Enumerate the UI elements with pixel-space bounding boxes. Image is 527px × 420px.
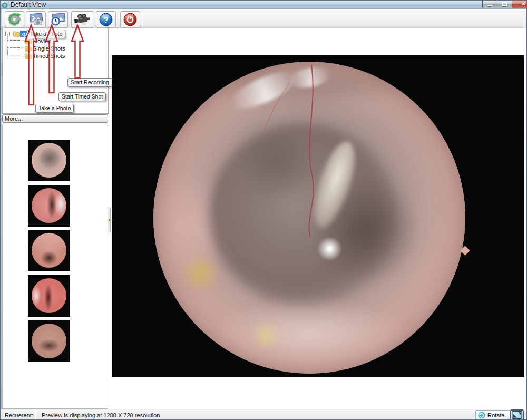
folder-icon [25,38,32,44]
record-video-button[interactable] [71,11,93,28]
tooltip-take-a-photo-2: Take a Photo [35,104,74,113]
image-shading [160,155,222,296]
status-message: Preview is displaying at 1280 X 720 reso… [42,409,160,420]
live-preview-area [112,55,524,377]
folder-icon [25,53,32,59]
malleus-highlight [306,137,363,233]
tympanic-membrane [210,124,397,305]
exit-button[interactable] [120,11,140,28]
thumbnail-vocal-cords[interactable] [28,230,70,271]
tooltip-take-a-photo: Take a Photo [27,30,65,38]
thumbnail-eardrum[interactable] [28,140,70,181]
tree-connector [7,40,24,41]
minimize-button[interactable] [482,1,497,8]
tree-item-label: Single Shots [32,45,66,52]
settings-button[interactable] [5,11,24,28]
minimize-icon [487,5,492,6]
thumbnail-image [32,324,66,358]
help-button[interactable]: ? [96,11,116,28]
status-context-label: Recuerent: [5,409,33,420]
window-title: Default View [11,1,46,8]
tooltip-start-recording: Start Recording [67,78,112,87]
tree-item-timed-shots[interactable]: Timed Shots [25,52,66,60]
close-button[interactable]: ✕ [512,1,527,8]
thumbnail-panel [2,125,108,409]
thumbnail-image [32,188,66,223]
tree-item-label: Movies [32,38,52,44]
take-photo-icon [27,12,45,27]
tree-item-label: Timed Shots [32,53,66,59]
splitter-collapse-icon [109,219,110,221]
tree-item-single-shots[interactable]: Single Shots [25,45,66,52]
more-button[interactable]: More... [2,114,108,123]
title-bar: Default View [1,1,527,9]
timed-shot-button[interactable] [48,11,68,28]
rotate-label: Rotate [487,412,504,418]
folder-icon [13,31,20,37]
settings-refresh-icon [6,12,23,27]
tree-expander[interactable]: - [5,32,10,36]
thumbnail-image [32,278,66,313]
light-reflection [316,238,344,259]
image-shading [216,302,403,367]
image-shading [210,62,409,105]
folder-icon [25,46,32,52]
blood-vessel [153,62,465,374]
thumbnail-throat[interactable] [28,320,70,362]
light-reflection [226,64,302,116]
window-frame-left [1,9,2,420]
take-photo-button[interactable] [26,11,46,28]
maximize-button[interactable] [497,1,512,8]
panel-splitter[interactable] [108,208,111,232]
earwax-spot [247,324,285,348]
monitor-icon [512,411,522,419]
maximize-icon [502,2,507,6]
image-shading [316,174,415,286]
close-icon: ✕ [521,2,525,7]
timed-shot-icon [50,12,67,27]
tree-item-movies[interactable]: Movies [25,37,52,45]
tree-connector [7,55,24,55]
fullscreen-button[interactable] [510,409,524,420]
thumbnail-image [32,143,66,178]
tree-connector [7,36,8,56]
app-icon [2,1,8,11]
otoscope-image [153,62,465,374]
status-bar: Recuerent: Preview is displaying at 1280… [1,409,527,420]
thumbnail-nasal-cavity[interactable] [28,185,70,227]
rotate-button[interactable]: Rotate [476,411,508,419]
image-shading [235,127,319,199]
svg-text:?: ? [103,15,108,24]
thumbnail-nasal-passage[interactable] [28,275,70,317]
rotate-icon [478,412,485,419]
thumbnail-image [32,233,66,268]
tree-connector [7,47,24,48]
earwax-spot [178,255,222,292]
light-reflection [286,64,333,90]
tooltip-start-timed-shot: Start Timed Shot [58,92,106,101]
help-icon: ? [98,12,114,27]
record-video-icon [73,12,92,27]
app-window: Default View ✕ [0,0,527,420]
status-separator [35,411,36,419]
power-exit-icon [122,12,138,27]
